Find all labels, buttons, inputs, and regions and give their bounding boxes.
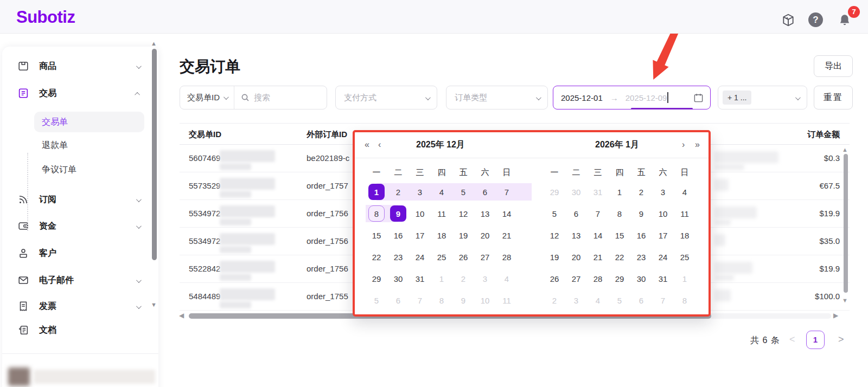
calendar-day[interactable]: 28 [496, 248, 518, 266]
calendar-day[interactable]: 10 [652, 205, 674, 222]
calendar-day[interactable]: 12 [452, 205, 474, 222]
calendar-day-in-range[interactable]: 7 [496, 183, 518, 201]
sidebar-subitem-交易单[interactable]: 交易单 [34, 112, 144, 132]
calendar-day[interactable]: 19 [544, 248, 565, 266]
calendar-day-in-range[interactable]: 3 [409, 183, 431, 201]
calendar-day[interactable]: 15 [609, 227, 630, 244]
calendar-day-out-of-month[interactable]: 30 [565, 183, 587, 201]
calendar-day[interactable]: 31 [652, 270, 674, 287]
calendar-day[interactable]: 11 [431, 205, 452, 222]
calendar-day[interactable]: 18 [431, 227, 452, 244]
calendar-day-out-of-month[interactable]: 11 [496, 292, 518, 309]
table-scroll-right-icon[interactable]: ▶ [833, 312, 838, 319]
date-end-value[interactable]: 2025-12-09 [626, 93, 667, 102]
calendar-day[interactable]: 13 [565, 227, 587, 244]
calendar-day[interactable]: 2 [630, 183, 652, 201]
calendar-day[interactable]: 19 [452, 227, 474, 244]
calendar-day[interactable]: 3 [652, 183, 674, 201]
calendar-day[interactable]: 17 [409, 227, 431, 244]
calendar-day[interactable]: 29 [366, 270, 387, 287]
calendar-day-range-start[interactable]: 1 [366, 183, 387, 201]
calendar-day[interactable]: 27 [565, 270, 587, 287]
prev-month-button[interactable]: ‹ [378, 139, 381, 150]
calendar-day[interactable]: 14 [587, 227, 609, 244]
calendar-day[interactable]: 22 [609, 248, 630, 266]
calendar-day-out-of-month[interactable]: 2 [452, 270, 474, 287]
sidebar-scroll-up-icon[interactable]: ▲ [151, 40, 157, 47]
reset-button[interactable]: 重置 [814, 86, 853, 109]
calendar-day[interactable]: 20 [474, 227, 496, 244]
calendar-day[interactable]: 21 [587, 248, 609, 266]
calendar-day-out-of-month[interactable]: 4 [496, 270, 518, 287]
date-start-value[interactable]: 2025-12-01 [561, 93, 603, 102]
calendar-day[interactable]: 24 [652, 248, 674, 266]
table-scroll-left-icon[interactable]: ◀ [179, 312, 184, 319]
calendar-day-out-of-month[interactable]: 3 [565, 292, 587, 309]
table-scroll-up-icon[interactable]: ▲ [842, 146, 848, 153]
sidebar-item-发票[interactable]: 发票 [10, 295, 146, 317]
calendar-day-today[interactable]: 8 [366, 205, 387, 222]
sidebar-subitem-争议订单[interactable]: 争议订单 [34, 159, 144, 180]
calendar-day-range-end[interactable]: 9 [387, 205, 409, 222]
avatar[interactable] [8, 367, 30, 386]
package-icon[interactable] [781, 13, 795, 27]
calendar-day[interactable]: 30 [630, 270, 652, 287]
export-button[interactable]: 导出 [814, 55, 853, 77]
calendar-day-out-of-month[interactable]: 8 [431, 292, 452, 309]
calendar-day[interactable]: 28 [587, 270, 609, 287]
calendar-day[interactable]: 24 [409, 248, 431, 266]
calendar-day-out-of-month[interactable]: 31 [587, 183, 609, 201]
calendar-day[interactable]: 25 [674, 248, 695, 266]
calendar-day-out-of-month[interactable]: 6 [387, 292, 409, 309]
sidebar-subitem-退款单[interactable]: 退款单 [34, 135, 144, 156]
calendar-day[interactable]: 25 [431, 248, 452, 266]
calendar-day[interactable]: 16 [387, 227, 409, 244]
sidebar-item-订阅[interactable]: 订阅 [10, 189, 146, 210]
calendar-day-in-range[interactable]: 5 [452, 183, 474, 201]
prev-year-button[interactable]: « [365, 139, 369, 150]
calendar-day[interactable]: 1 [609, 183, 630, 201]
sidebar-item-电子邮件[interactable]: 电子邮件 [10, 269, 146, 291]
table-vertical-scrollbar[interactable] [844, 154, 848, 293]
sidebar-scroll-down-icon[interactable]: ▼ [151, 301, 157, 308]
sidebar-item-商品[interactable]: 商品 [10, 55, 146, 77]
calendar-day[interactable]: 26 [452, 248, 474, 266]
calendar-day-out-of-month[interactable]: 9 [452, 292, 474, 309]
calendar-day[interactable]: 16 [630, 227, 652, 244]
next-year-button[interactable]: » [695, 139, 700, 150]
calendar-day-out-of-month[interactable]: 6 [630, 292, 652, 309]
help-icon[interactable]: ? [808, 12, 823, 27]
calendar-day-out-of-month[interactable]: 10 [474, 292, 496, 309]
notification-badge[interactable]: 7 [848, 6, 860, 18]
search-type-select[interactable]: 交易单ID [180, 93, 234, 103]
prev-page-button[interactable]: < [789, 334, 795, 345]
calendar-day[interactable]: 26 [544, 270, 565, 287]
next-month-button[interactable]: › [682, 139, 685, 150]
calendar-day-out-of-month[interactable]: 29 [544, 183, 565, 201]
page-number-button[interactable]: 1 [806, 331, 825, 349]
calendar-day-out-of-month[interactable]: 3 [474, 270, 496, 287]
more-filters-tag[interactable]: + 1 ... [723, 91, 751, 105]
calendar-day[interactable]: 18 [674, 227, 695, 244]
calendar-day-out-of-month[interactable]: 2 [544, 292, 565, 309]
sidebar-item-交易[interactable]: 交易 [10, 82, 146, 104]
calendar-day[interactable]: 10 [409, 205, 431, 222]
calendar-day-out-of-month[interactable]: 1 [431, 270, 452, 287]
payment-method-select[interactable]: 支付方式 [335, 86, 437, 109]
calendar-day-out-of-month[interactable]: 7 [409, 292, 431, 309]
calendar-day-in-range[interactable]: 4 [431, 183, 452, 201]
calendar-day[interactable]: 15 [366, 227, 387, 244]
calendar-day[interactable]: 23 [387, 248, 409, 266]
sidebar-item-文档[interactable]: 文档 [10, 319, 146, 341]
calendar-day[interactable]: 7 [587, 205, 609, 222]
calendar-day[interactable]: 5 [544, 205, 565, 222]
order-type-select[interactable]: 订单类型 [446, 86, 548, 109]
more-filters-select[interactable]: + 1 ... [718, 86, 807, 109]
calendar-day-in-range[interactable]: 6 [474, 183, 496, 201]
calendar-day-out-of-month[interactable]: 1 [674, 270, 695, 287]
calendar-day-out-of-month[interactable]: 4 [587, 292, 609, 309]
calendar-day-out-of-month[interactable]: 8 [674, 292, 695, 309]
calendar-day[interactable]: 30 [387, 270, 409, 287]
calendar-day[interactable]: 11 [674, 205, 695, 222]
calendar-day[interactable]: 13 [474, 205, 496, 222]
